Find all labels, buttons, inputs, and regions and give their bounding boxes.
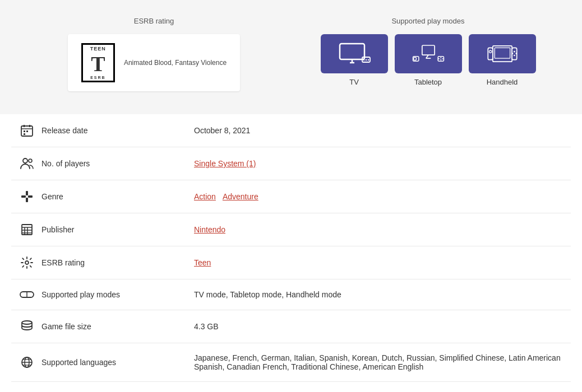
- esrb-card: TEEN T ESRB Animated Blood, Fantasy Viol…: [68, 34, 240, 91]
- play-modes-title: Supported play modes: [391, 17, 464, 25]
- tv-label: TV: [349, 78, 359, 86]
- genre-adventure-link[interactable]: Adventure: [223, 192, 258, 201]
- svg-point-48: [22, 321, 32, 324]
- release-date-label: Release date: [37, 126, 194, 135]
- play-modes-info-value: TV mode, Tabletop mode, Handheld mode: [194, 290, 565, 299]
- svg-rect-17: [488, 48, 493, 59]
- svg-point-34: [29, 159, 32, 162]
- publisher-row: Publisher Nintendo: [11, 213, 571, 246]
- esrb-settings-icon: [17, 256, 37, 269]
- handheld-icon: [486, 43, 519, 65]
- svg-rect-7: [422, 45, 434, 55]
- svg-point-11: [413, 57, 416, 60]
- svg-point-23: [515, 53, 517, 54]
- svg-point-14: [442, 58, 443, 59]
- play-modes-panel: Supported play modes: [291, 11, 565, 103]
- esrb-rating-label: ESRB rating: [37, 258, 194, 267]
- genre-value: Action Adventure: [194, 192, 565, 201]
- publisher-value: Nintendo: [194, 225, 565, 234]
- publisher-label: Publisher: [37, 225, 194, 234]
- svg-point-13: [440, 57, 441, 58]
- supported-play-modes-row: Supported play modes TV mode, Tabletop m…: [11, 279, 571, 310]
- players-value: Single System (1): [194, 159, 565, 168]
- esrb-t-letter: T: [91, 53, 105, 74]
- svg-rect-31: [26, 130, 28, 132]
- svg-point-6: [367, 59, 368, 60]
- svg-rect-32: [24, 133, 25, 135]
- svg-point-33: [23, 158, 27, 163]
- tv-icon-box: [321, 34, 388, 73]
- languages-label: Supported languages: [37, 358, 194, 367]
- svg-rect-18: [492, 46, 511, 62]
- svg-point-24: [514, 55, 515, 57]
- svg-rect-36: [26, 198, 28, 202]
- languages-value: Japanese, French, German, Italian, Spani…: [194, 353, 565, 371]
- handheld-icon-box: [469, 34, 536, 73]
- file-size-row: Game file size 4.3 GB: [11, 310, 571, 343]
- svg-point-4: [363, 59, 364, 60]
- svg-rect-30: [24, 130, 25, 132]
- genre-action-link[interactable]: Action: [194, 192, 216, 201]
- esrb-rating-value: Teen: [194, 258, 565, 267]
- play-modes-icons: TV: [321, 34, 536, 86]
- svg-point-45: [25, 261, 29, 264]
- play-mode-tv: TV: [321, 34, 388, 86]
- esrb-rating-link[interactable]: Teen: [194, 258, 211, 267]
- languages-row: Supported languages Japanese, French, Ge…: [11, 343, 571, 382]
- publisher-link[interactable]: Nintendo: [194, 225, 225, 234]
- svg-rect-35: [26, 191, 28, 195]
- calendar-icon: [17, 124, 37, 137]
- svg-rect-0: [340, 44, 364, 59]
- esrb-row: ESRB rating Teen: [11, 246, 571, 279]
- players-row: No. of players Single System (1): [11, 147, 571, 180]
- players-label: No. of players: [37, 159, 194, 168]
- release-date-value: October 8, 2021: [194, 126, 565, 135]
- players-link[interactable]: Single System (1): [194, 159, 256, 168]
- genre-row: Genre Action Adventure: [11, 180, 571, 213]
- esrb-panel-title: ESRB rating: [134, 17, 174, 25]
- svg-rect-10: [413, 57, 418, 62]
- controller-icon: [17, 290, 37, 300]
- tabletop-icon: [412, 43, 445, 65]
- tabletop-icon-box: [395, 34, 462, 73]
- info-section: Release date October 8, 2021 No. of play…: [0, 114, 582, 382]
- svg-rect-19: [495, 48, 510, 58]
- esrb-panel: ESRB rating TEEN T ESRB Animated Blood, …: [17, 11, 291, 103]
- esrb-bottom-label: ESRB: [90, 76, 105, 80]
- svg-rect-37: [21, 195, 26, 198]
- svg-point-25: [511, 53, 513, 54]
- play-modes-info-label: Supported play modes: [37, 290, 194, 299]
- svg-point-15: [438, 58, 439, 59]
- tv-icon: [338, 43, 371, 65]
- esrb-content-description: Animated Blood, Fantasy Violence: [124, 58, 227, 68]
- svg-point-16: [440, 59, 441, 60]
- play-mode-tabletop: Tabletop: [395, 34, 462, 86]
- players-icon: [17, 157, 37, 170]
- svg-rect-38: [28, 195, 33, 198]
- release-date-row: Release date October 8, 2021: [11, 114, 571, 147]
- esrb-teen-label: TEEN: [90, 46, 106, 52]
- genre-label: Genre: [37, 192, 194, 201]
- svg-point-22: [514, 51, 515, 53]
- play-mode-handheld: Handheld: [469, 34, 536, 86]
- esrb-logo: TEEN T ESRB: [81, 43, 115, 82]
- svg-line-8: [426, 55, 428, 58]
- file-size-label: Game file size: [37, 322, 194, 331]
- publisher-icon: [17, 223, 37, 236]
- handheld-label: Handheld: [487, 78, 518, 86]
- database-icon: [17, 320, 37, 333]
- globe-icon: [17, 356, 37, 368]
- tabletop-label: Tabletop: [414, 78, 442, 86]
- top-section: ESRB rating TEEN T ESRB Animated Blood, …: [0, 0, 582, 114]
- svg-point-21: [489, 50, 491, 53]
- file-size-value: 4.3 GB: [194, 322, 565, 331]
- genre-icon: [17, 190, 37, 203]
- svg-point-5: [365, 59, 366, 60]
